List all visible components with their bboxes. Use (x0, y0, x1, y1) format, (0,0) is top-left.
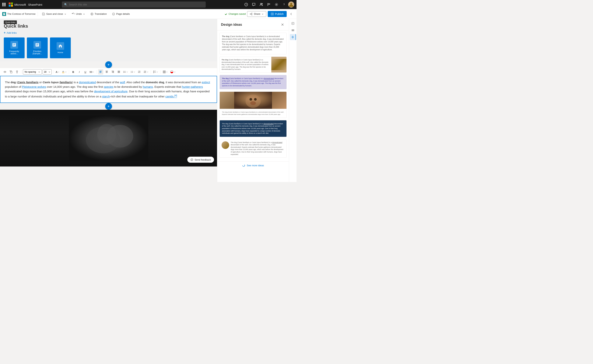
link-humans[interactable]: humans (143, 85, 153, 88)
page-details-button[interactable]: i Page details (110, 11, 132, 17)
translation-button[interactable]: Translation (89, 11, 109, 17)
link-agriculture[interactable]: development of agriculture (94, 90, 128, 93)
style-selector[interactable]: No spacing (23, 69, 42, 75)
send-feedback-button[interactable]: Send feedback (187, 157, 214, 163)
link-card[interactable]: Frequently asked... (4, 38, 25, 58)
link-wolf[interactable]: wolf (120, 81, 125, 84)
align-right-button[interactable] (110, 69, 115, 75)
style-label: No spacing (25, 71, 36, 73)
flag-icon[interactable] (266, 1, 272, 8)
svg-text:?: ? (283, 3, 285, 6)
right-toolbar-icon2[interactable] (290, 27, 296, 33)
indent-button[interactable] (137, 69, 142, 75)
see-more-label: See more ideas (247, 164, 264, 167)
design-card-content: The dog (Canis familiaris or Canis lupus… (220, 120, 287, 137)
command-bar-right: Changes saved Share Publish (224, 11, 294, 17)
svg-text:?: ? (246, 3, 247, 6)
design-card-content: The dog (Canis familiaris or Canis lupus… (220, 75, 287, 89)
font-size-chevron (48, 71, 50, 73)
search-icon: 🔍 (64, 3, 67, 6)
design-panel-header: Design ideas (217, 19, 289, 31)
changes-saved-label: Changes saved (228, 13, 246, 15)
top-bar: Microsoft SharePoint 🔍 ? ? (0, 0, 297, 9)
design-card[interactable]: The dog (Canis familiaris or Canis lupus… (220, 139, 287, 158)
waffle-menu-icon[interactable] (2, 3, 6, 6)
justify-button[interactable] (116, 69, 122, 75)
link-domesticated[interactable]: domesticated (79, 81, 96, 84)
svg-rect-19 (4, 14, 5, 14)
quick-links-title: Quick links (4, 23, 213, 29)
color-picker-button[interactable] (169, 69, 176, 75)
add-section-button-bottom[interactable]: + (105, 103, 112, 110)
svg-point-43 (97, 124, 116, 145)
link-hunter-gatherers[interactable]: hunter-gatherers (182, 85, 203, 88)
svg-rect-3 (2, 4, 3, 5)
svg-rect-20 (4, 14, 4, 14)
help-icon[interactable]: ? (243, 1, 250, 8)
svg-rect-38 (163, 71, 165, 73)
link-species[interactable]: species (104, 85, 114, 88)
svg-rect-22 (43, 13, 44, 14)
card-icon (33, 41, 41, 49)
main-layout: Quick links Quick links + Add links Freq… (0, 19, 297, 182)
design-card[interactable]: The dog (Canis familiaris or Canis lupus… (220, 57, 287, 73)
design-card[interactable]: The dog (Canis familiaris or Canis lupus… (220, 33, 287, 54)
line-spacing-button[interactable] (152, 69, 159, 75)
chat-icon[interactable] (250, 1, 257, 8)
superscript-button[interactable]: 99 (89, 69, 95, 75)
duplicate-icon[interactable] (8, 69, 14, 75)
toolbar-separator (96, 70, 97, 74)
link-starch[interactable]: starch (102, 95, 110, 98)
move-icon[interactable] (2, 69, 7, 75)
add-links-button[interactable]: + Add links (4, 31, 213, 34)
microsoft-logo[interactable]: Microsoft (9, 2, 26, 7)
underline-button[interactable]: U (83, 69, 88, 75)
font-size-selector[interactable]: 18 (43, 69, 52, 75)
right-toolbar-icon1[interactable] (290, 20, 296, 26)
design-card[interactable]: The dog (Canis familiaris or Canis lupus… (220, 120, 287, 137)
undo-button[interactable]: Undo (70, 11, 87, 17)
numbered-list-button[interactable]: 1.2. (130, 69, 136, 75)
design-card-text: The dog (Canis familiaris or Canis lupus… (220, 57, 271, 72)
svg-point-35 (123, 72, 124, 73)
super-chevron (92, 71, 94, 73)
bold-button[interactable]: B (71, 69, 76, 75)
link-canids[interactable]: canids.[4] (165, 95, 177, 98)
text-content-area[interactable]: The dog (Canis familiaris or Canis lupus… (0, 76, 217, 103)
design-card-image (271, 57, 287, 72)
italic-button[interactable]: I (77, 69, 82, 75)
people-icon[interactable] (258, 1, 265, 8)
close-panel-button[interactable] (280, 22, 285, 27)
design-card-avatar-text: The dog (Canis familiaris or Canis lupus… (231, 141, 285, 156)
search-bar[interactable]: 🔍 (62, 1, 206, 7)
design-card[interactable]: The dog (Canis familiaris or Canis lupus… (220, 75, 287, 89)
search-input[interactable] (69, 3, 203, 6)
link-card[interactable]: Priorities [Sample... (27, 38, 48, 58)
share-button[interactable]: Share (247, 11, 266, 17)
style-chevron (38, 71, 40, 73)
font-color-button[interactable]: A (55, 69, 60, 75)
link-card[interactable]: Home (50, 38, 71, 58)
highlight-button[interactable] (61, 69, 67, 75)
link-pleistocene[interactable]: Pleistocene wolves (22, 85, 46, 88)
table-button[interactable] (162, 69, 168, 75)
canvas-area[interactable]: Quick links Quick links + Add links Freq… (0, 19, 217, 182)
svg-point-47 (250, 98, 252, 101)
outdent-button[interactable] (143, 69, 149, 75)
font-size-value: 18 (44, 71, 46, 73)
settings-icon[interactable] (273, 1, 280, 8)
align-left-button[interactable] (98, 69, 103, 75)
align-center-button[interactable] (104, 69, 109, 75)
bullet-list-button[interactable] (122, 69, 129, 75)
save-close-button[interactable]: Save and close (40, 11, 68, 17)
question-icon[interactable]: ? (280, 1, 287, 8)
publish-button[interactable]: Publish (268, 11, 287, 17)
delete-icon[interactable] (14, 69, 20, 75)
user-avatar[interactable] (288, 1, 294, 7)
collapse-panel-button[interactable] (288, 11, 294, 17)
see-more-button[interactable]: See more ideas (217, 161, 289, 169)
add-section-button-top[interactable]: + (105, 61, 112, 68)
link-extinct[interactable]: extinct (202, 81, 210, 84)
right-toolbar-icon3[interactable] (290, 34, 296, 40)
design-card[interactable]: The dog (Canis familiaris or Canis lupus… (220, 91, 287, 118)
